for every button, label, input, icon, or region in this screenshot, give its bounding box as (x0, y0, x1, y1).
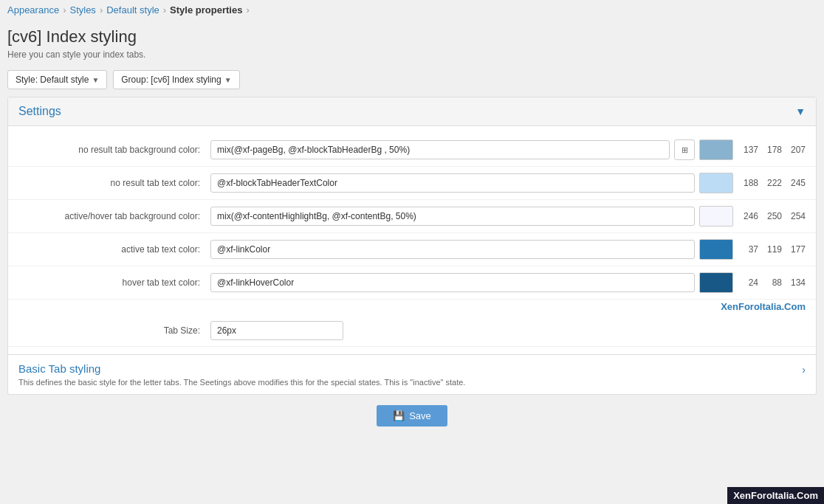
breadcrumb-sep-1: › (63, 4, 66, 15)
color-r-no-result-text: 188 (738, 178, 758, 188)
group-dropdown-label: Group: [cv6] Index styling (121, 75, 221, 85)
input-active-text[interactable] (210, 240, 695, 259)
watermark-mid-text: XenForoItalia.Com (721, 301, 806, 312)
color-nums-active-hover-bg: 246 250 254 (738, 211, 806, 221)
page-subtitle: Here you can style your index tabs. (7, 49, 817, 60)
color-g-no-result-text: 222 (761, 178, 782, 188)
setting-row-no-result-text: no result tab text color: 188 222 245 (8, 167, 816, 200)
breadcrumb-sep-4: › (246, 4, 249, 15)
input-tab-size[interactable] (210, 321, 343, 340)
basic-tab-section[interactable]: Basic Tab styling This defines the basic… (8, 354, 816, 394)
color-g-active-text: 119 (761, 244, 782, 255)
color-b-active-hover-bg: 254 (785, 211, 806, 221)
control-tab-size (210, 321, 806, 340)
color-nums-no-result-text: 188 222 245 (738, 178, 806, 188)
setting-row-no-result-bg: no result tab background color: ⊞ 137 17… (8, 134, 816, 167)
input-active-hover-bg[interactable] (210, 207, 695, 226)
color-swatch-no-result-bg[interactable] (699, 139, 733, 160)
save-button[interactable]: 💾 Save (377, 405, 447, 427)
control-no-result-text: 188 222 245 (210, 173, 806, 193)
page-title: [cv6] Index styling (7, 27, 817, 46)
label-no-result-bg: no result tab background color: (18, 145, 210, 155)
page-header: [cv6] Index styling Here you can style y… (0, 20, 824, 70)
basic-tab-section-left: Basic Tab styling This defines the basic… (18, 362, 465, 387)
color-swatch-active-hover-bg[interactable] (699, 206, 733, 227)
control-hover-text: 24 88 134 (210, 272, 806, 293)
color-nums-no-result-bg: 137 178 207 (738, 145, 806, 155)
setting-row-active-text: active tab text color: 37 119 177 (8, 233, 816, 266)
label-tab-size: Tab Size: (18, 325, 210, 336)
color-picker-icon-no-result-bg[interactable]: ⊞ (674, 139, 695, 160)
group-dropdown-arrow: ▼ (224, 76, 232, 84)
color-r-active-text: 37 (738, 244, 758, 255)
control-no-result-bg: ⊞ 137 178 207 (210, 139, 806, 160)
breadcrumb-sep-3: › (163, 4, 166, 15)
color-swatch-hover-text[interactable] (699, 272, 733, 293)
label-hover-text: hover tab text color: (18, 277, 210, 288)
breadcrumb-sep-2: › (100, 4, 103, 15)
breadcrumb-style-properties: Style properties (170, 4, 242, 15)
breadcrumb-appearance[interactable]: Appearance (7, 4, 59, 15)
color-b-no-result-text: 245 (785, 178, 806, 188)
breadcrumb-styles[interactable]: Styles (69, 4, 95, 15)
label-active-text: active tab text color: (18, 244, 210, 255)
label-no-result-text: no result tab text color: (18, 178, 210, 188)
color-r-no-result-bg: 137 (738, 145, 758, 155)
label-active-hover-bg: active/hover tab background color: (18, 211, 210, 221)
color-r-active-hover-bg: 246 (738, 211, 758, 221)
color-nums-active-text: 37 119 177 (738, 244, 806, 255)
control-active-text: 37 119 177 (210, 239, 806, 260)
settings-title: Settings (18, 105, 61, 118)
breadcrumb-default-style[interactable]: Default style (106, 4, 159, 15)
settings-body: no result tab background color: ⊞ 137 17… (8, 126, 816, 354)
basic-tab-section-desc: This defines the basic style for the let… (18, 378, 465, 387)
save-label: Save (409, 410, 431, 421)
watermark-inline: XenForoItalia.Com (8, 300, 816, 315)
main-content: Settings ▼ no result tab background colo… (7, 97, 817, 395)
setting-row-tab-size: Tab Size: (8, 315, 816, 347)
input-no-result-text[interactable] (210, 173, 695, 193)
style-dropdown-arrow: ▼ (92, 76, 99, 84)
settings-toggle-icon[interactable]: ▼ (795, 106, 806, 117)
color-g-hover-text: 88 (761, 277, 782, 288)
setting-row-hover-text: hover tab text color: 24 88 134 (8, 266, 816, 300)
color-b-active-text: 177 (785, 244, 806, 255)
control-active-hover-bg: 246 250 254 (210, 206, 806, 227)
color-swatch-no-result-text[interactable] (699, 173, 733, 193)
breadcrumb: Appearance › Styles › Default style › St… (0, 0, 824, 20)
color-swatch-active-text[interactable] (699, 239, 733, 260)
color-g-active-hover-bg: 250 (761, 211, 782, 221)
color-g-no-result-bg: 178 (761, 145, 782, 155)
settings-section-header: Settings ▼ (8, 97, 816, 126)
group-dropdown[interactable]: Group: [cv6] Index styling ▼ (113, 70, 239, 89)
page-footer: 💾 Save (0, 395, 824, 437)
basic-tab-section-arrow[interactable]: › (802, 364, 806, 376)
color-b-hover-text: 134 (785, 277, 806, 288)
color-b-no-result-bg: 207 (785, 145, 806, 155)
color-r-hover-text: 24 (738, 277, 758, 288)
basic-tab-section-title: Basic Tab styling (18, 362, 465, 375)
input-no-result-bg[interactable] (210, 140, 670, 159)
toolbar: Style: Default style ▼ Group: [cv6] Inde… (0, 70, 824, 97)
style-dropdown[interactable]: Style: Default style ▼ (7, 70, 107, 89)
setting-row-active-hover-bg: active/hover tab background color: 246 2… (8, 200, 816, 233)
input-hover-text[interactable] (210, 273, 695, 292)
save-icon: 💾 (393, 410, 405, 421)
color-nums-hover-text: 24 88 134 (738, 277, 806, 288)
style-dropdown-label: Style: Default style (16, 75, 89, 85)
